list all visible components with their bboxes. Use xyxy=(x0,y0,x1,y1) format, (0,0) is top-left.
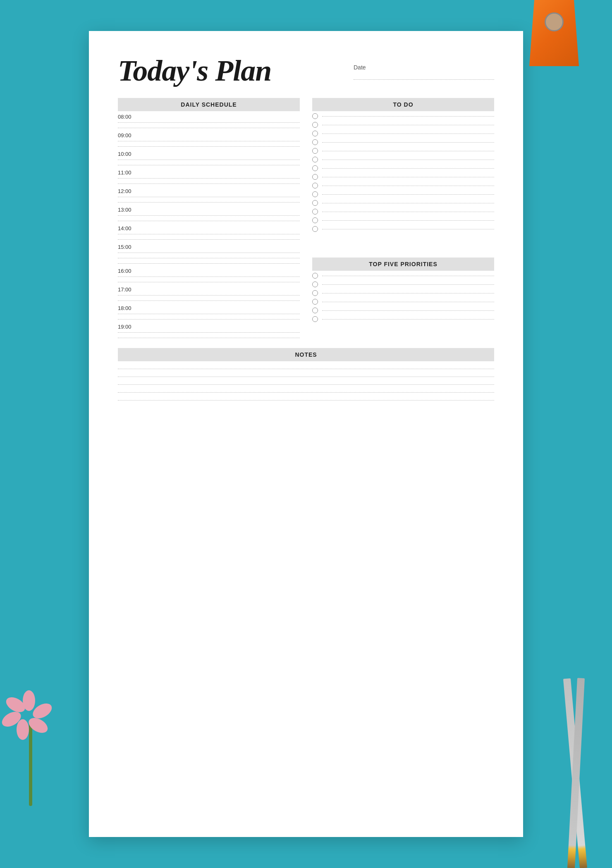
note-line-4 xyxy=(118,392,494,393)
todo-text-line xyxy=(322,212,494,212)
daily-schedule-header: DAILY SCHEDULE xyxy=(118,98,300,111)
date-input-line[interactable] xyxy=(354,72,494,80)
todo-checkbox[interactable] xyxy=(312,209,318,215)
todo-item-9 xyxy=(312,181,494,189)
todo-checkbox[interactable] xyxy=(312,122,318,128)
paper: Today's Plan Date DAILY SCHEDULE 08:00 0… xyxy=(89,31,523,837)
schedule-line xyxy=(118,215,300,216)
priority-item-6 xyxy=(312,314,494,323)
schedule-extra-line xyxy=(118,146,300,147)
note-line-3 xyxy=(118,384,494,385)
schedule-line xyxy=(118,160,300,160)
time-1500: 15:00 xyxy=(118,241,300,251)
todo-text-line xyxy=(322,203,494,203)
time-1300: 13:00 xyxy=(118,204,300,214)
todo-checkbox[interactable] xyxy=(312,200,318,206)
time-1700: 17:00 xyxy=(118,284,300,293)
todo-checkbox[interactable] xyxy=(312,217,318,223)
time-1100: 11:00 xyxy=(118,167,300,176)
schedule-line xyxy=(118,122,300,123)
priority-checkbox[interactable] xyxy=(312,290,318,296)
notes-header: NOTES xyxy=(118,348,494,361)
todo-item-8 xyxy=(312,172,494,181)
todo-text-line xyxy=(322,142,494,143)
priority-text-line xyxy=(322,310,494,311)
schedule-extra-line xyxy=(118,128,300,128)
priority-text-line xyxy=(322,276,494,276)
schedule-extra-line xyxy=(118,221,300,221)
schedule-item-1300: 13:00 xyxy=(118,204,300,223)
schedule-extra-line xyxy=(118,258,300,258)
priority-checkbox[interactable] xyxy=(312,273,318,279)
todo-text-line xyxy=(322,229,494,229)
todo-header: TO DO xyxy=(312,98,494,111)
schedule-item-0900: 09:00 xyxy=(118,130,300,148)
todo-text-line xyxy=(322,160,494,160)
todo-checkbox[interactable] xyxy=(312,157,318,162)
schedule-item-1700: 17:00 xyxy=(118,284,300,303)
todo-checkbox[interactable] xyxy=(312,183,318,188)
todo-item-14 xyxy=(312,224,494,233)
todo-text-line xyxy=(322,134,494,134)
schedule-line xyxy=(118,295,300,296)
time-0900: 09:00 xyxy=(118,130,300,139)
time-1900: 19:00 xyxy=(118,321,300,331)
priority-checkbox[interactable] xyxy=(312,316,318,322)
todo-item-3 xyxy=(312,129,494,137)
page-title: Today's Plan xyxy=(118,56,271,86)
schedule-extra-line xyxy=(118,319,300,320)
schedule-line xyxy=(118,234,300,234)
schedule-item-1500: 15:00 xyxy=(118,241,300,265)
right-column: TO DO xyxy=(312,98,494,340)
todo-checkbox[interactable] xyxy=(312,148,318,154)
left-column: DAILY SCHEDULE 08:00 09:00 10:00 xyxy=(118,98,300,340)
note-line-5 xyxy=(118,400,494,401)
time-1800: 18:00 xyxy=(118,303,300,312)
todo-checkbox[interactable] xyxy=(312,113,318,119)
time-0800: 08:00 xyxy=(118,111,300,121)
schedule-extra-line xyxy=(118,184,300,184)
schedule-line xyxy=(118,332,300,333)
priority-text-line xyxy=(322,302,494,302)
todo-text-line xyxy=(322,151,494,151)
header: Today's Plan Date xyxy=(118,56,494,86)
todo-text-line xyxy=(322,186,494,186)
schedule-item-1800: 18:00 xyxy=(118,303,300,321)
flower-decoration xyxy=(8,682,58,806)
pencils-decoration xyxy=(546,661,595,868)
schedule-extra-line xyxy=(118,202,300,203)
priority-checkbox[interactable] xyxy=(312,308,318,313)
priority-text-line xyxy=(322,319,494,320)
schedule-line xyxy=(118,197,300,197)
date-section: Date xyxy=(354,56,494,80)
schedule-line xyxy=(118,314,300,314)
priority-checkbox[interactable] xyxy=(312,299,318,305)
schedule-extra-line xyxy=(118,165,300,165)
priority-item-5 xyxy=(312,305,494,314)
schedule-extra-line xyxy=(118,300,300,301)
priority-item-1 xyxy=(312,271,494,279)
todo-checkbox[interactable] xyxy=(312,226,318,232)
schedule-item-1200: 12:00 xyxy=(118,186,300,204)
todo-checkbox[interactable] xyxy=(312,131,318,136)
schedule-line xyxy=(118,178,300,179)
schedule-item-1100: 11:00 xyxy=(118,167,300,186)
pencil-sharpener-decoration xyxy=(529,0,579,66)
todo-text-line xyxy=(322,220,494,221)
note-line-2 xyxy=(118,377,494,377)
schedule-extra-line xyxy=(118,282,300,282)
priority-item-2 xyxy=(312,279,494,288)
todo-checkbox[interactable] xyxy=(312,191,318,197)
todo-item-2 xyxy=(312,120,494,129)
schedule-line xyxy=(118,141,300,141)
todo-checkbox[interactable] xyxy=(312,139,318,145)
schedule-extra-line xyxy=(118,338,300,338)
todo-checkbox[interactable] xyxy=(312,165,318,171)
todo-checkbox[interactable] xyxy=(312,174,318,180)
todo-text-line xyxy=(322,177,494,177)
priority-text-line xyxy=(322,293,494,293)
todo-item-5 xyxy=(312,146,494,155)
todo-item-11 xyxy=(312,198,494,207)
priority-checkbox[interactable] xyxy=(312,281,318,287)
todo-item-1 xyxy=(312,111,494,120)
